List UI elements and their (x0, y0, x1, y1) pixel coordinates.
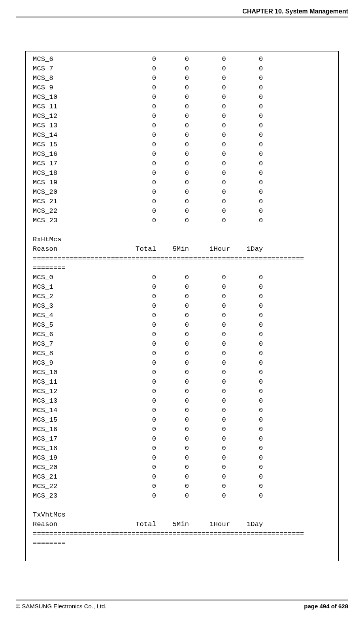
output-line: MCS_13 0 0 0 0 (33, 121, 331, 131)
output-line (33, 225, 331, 235)
output-line: MCS_9 0 0 0 0 (33, 83, 331, 93)
output-line: MCS_7 0 0 0 0 (33, 339, 331, 349)
output-line: MCS_17 0 0 0 0 (33, 434, 331, 444)
output-line: MCS_4 0 0 0 0 (33, 311, 331, 320)
output-line: MCS_12 0 0 0 0 (33, 112, 331, 121)
output-line: MCS_6 0 0 0 0 (33, 330, 331, 339)
output-line: MCS_2 0 0 0 0 (33, 292, 331, 301)
output-line: MCS_3 0 0 0 0 (33, 301, 331, 311)
output-line: Reason Total 5Min 1Hour 1Day (33, 244, 331, 254)
output-line: MCS_11 0 0 0 0 (33, 102, 331, 112)
document-page: CHAPTER 10. System Management MCS_6 0 0 … (0, 0, 364, 619)
output-line: MCS_16 0 0 0 0 (33, 425, 331, 434)
page-number: page 494 of 628 (304, 603, 348, 610)
output-line: MCS_16 0 0 0 0 (33, 150, 331, 159)
output-line: MCS_15 0 0 0 0 (33, 415, 331, 425)
copyright-text: © SAMSUNG Electronics Co., Ltd. (16, 603, 106, 610)
output-line: MCS_19 0 0 0 0 (33, 178, 331, 187)
output-line: MCS_1 0 0 0 0 (33, 282, 331, 292)
output-line: MCS_6 0 0 0 0 (33, 55, 331, 64)
output-line: MCS_8 0 0 0 0 (33, 74, 331, 83)
output-line: RxHtMcs (33, 235, 331, 244)
output-line: MCS_22 0 0 0 0 (33, 206, 331, 216)
output-line: ========================================… (33, 529, 331, 539)
output-line: MCS_10 0 0 0 0 (33, 368, 331, 377)
output-line: MCS_7 0 0 0 0 (33, 64, 331, 74)
output-line: MCS_18 0 0 0 0 (33, 168, 331, 178)
output-line: MCS_15 0 0 0 0 (33, 140, 331, 150)
output-line: MCS_23 0 0 0 0 (33, 491, 331, 501)
output-line: MCS_10 0 0 0 0 (33, 93, 331, 102)
output-line: MCS_12 0 0 0 0 (33, 387, 331, 396)
output-line: MCS_17 0 0 0 0 (33, 159, 331, 168)
output-line: MCS_14 0 0 0 0 (33, 406, 331, 415)
output-line: MCS_22 0 0 0 0 (33, 482, 331, 491)
output-line: ========================================… (33, 254, 331, 263)
output-line: MCS_21 0 0 0 0 (33, 197, 331, 206)
output-line: MCS_8 0 0 0 0 (33, 349, 331, 358)
output-line: MCS_20 0 0 0 0 (33, 187, 331, 197)
output-line: MCS_20 0 0 0 0 (33, 463, 331, 472)
output-line: Reason Total 5Min 1Hour 1Day (33, 520, 331, 529)
output-line (33, 501, 331, 510)
output-line: MCS_5 0 0 0 0 (33, 320, 331, 330)
output-line: MCS_18 0 0 0 0 (33, 444, 331, 453)
page-header: CHAPTER 10. System Management (16, 8, 348, 17)
terminal-output-box: MCS_6 0 0 0 0MCS_7 0 0 0 0MCS_8 0 0 0 0M… (25, 51, 339, 561)
output-line: MCS_0 0 0 0 0 (33, 273, 331, 282)
output-line: MCS_13 0 0 0 0 (33, 396, 331, 406)
output-line: ======== (33, 263, 331, 273)
output-line: MCS_19 0 0 0 0 (33, 453, 331, 463)
output-line: ======== (33, 539, 331, 548)
output-line: MCS_11 0 0 0 0 (33, 377, 331, 387)
chapter-title: CHAPTER 10. System Management (242, 8, 348, 15)
output-line: MCS_9 0 0 0 0 (33, 358, 331, 368)
output-line: MCS_21 0 0 0 0 (33, 472, 331, 482)
output-line: MCS_14 0 0 0 0 (33, 131, 331, 140)
output-line: TxVhtMcs (33, 510, 331, 520)
output-line: MCS_23 0 0 0 0 (33, 216, 331, 225)
page-footer: © SAMSUNG Electronics Co., Ltd. page 494… (16, 600, 348, 610)
